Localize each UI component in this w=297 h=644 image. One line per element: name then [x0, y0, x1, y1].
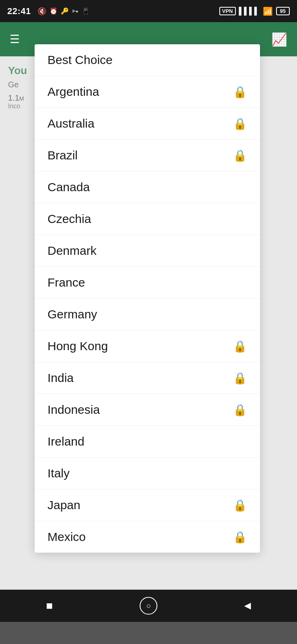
lock-icon-japan: 🔒 — [233, 499, 247, 512]
country-dropdown: Best ChoiceArgentina🔒Australia🔒Brazil🔒Ca… — [35, 44, 260, 553]
dropdown-item-hong-kong[interactable]: Hong Kong🔒 — [35, 330, 260, 362]
country-label-france: France — [47, 276, 85, 289]
dropdown-item-argentina[interactable]: Argentina🔒 — [35, 76, 260, 108]
back-icon: ◄ — [242, 599, 253, 612]
country-label-brazil: Brazil — [47, 149, 78, 162]
lock-icon-indonesia: 🔒 — [233, 403, 247, 417]
key2-icon: 🗝 — [72, 8, 78, 15]
dropdown-item-indonesia[interactable]: Indonesia🔒 — [35, 394, 260, 426]
lock-icon-india: 🔒 — [233, 372, 247, 385]
home-circle: ○ — [140, 597, 157, 615]
app-background: ☰ 📈 You Ge 1.1M Inco Best ChoiceArgentin… — [0, 22, 297, 622]
dropdown-item-ireland[interactable]: Ireland — [35, 426, 260, 458]
phone-icon: 📱 — [82, 7, 90, 15]
country-label-canada: Canada — [47, 180, 90, 194]
country-label-indonesia: Indonesia — [47, 403, 100, 417]
country-label-germany: Germany — [47, 308, 97, 321]
mute-icon: 🔇 — [37, 7, 46, 16]
dropdown-item-brazil[interactable]: Brazil🔒 — [35, 140, 260, 171]
dropdown-item-france[interactable]: France — [35, 267, 260, 299]
country-label-ireland: Ireland — [47, 435, 85, 448]
country-label-mexico: Mexico — [47, 530, 86, 544]
country-label-czechia: Czechia — [47, 212, 91, 226]
nav-bar: ■ ○ ◄ — [0, 590, 297, 622]
dropdown-item-czechia[interactable]: Czechia — [35, 203, 260, 235]
country-label-japan: Japan — [47, 498, 80, 512]
hamburger-icon[interactable]: ☰ — [10, 33, 20, 46]
dropdown-item-denmark[interactable]: Denmark — [35, 235, 260, 267]
country-label-best-choice: Best Choice — [47, 53, 113, 67]
status-icons-right: VPN ▌▌▌▌ 📶 95 — [219, 6, 290, 16]
lock-icon-hong-kong: 🔒 — [233, 340, 247, 353]
country-label-australia: Australia — [47, 117, 95, 130]
dropdown-item-mexico[interactable]: Mexico🔒 — [35, 521, 260, 553]
country-label-denmark: Denmark — [47, 244, 97, 258]
country-label-argentina: Argentina — [47, 85, 99, 99]
country-label-hong-kong: Hong Kong — [47, 339, 108, 353]
home-button[interactable]: ○ — [136, 594, 161, 618]
battery-badge: 95 — [276, 7, 290, 15]
status-bar: 22:41 🔇 ⏰ 🔑 🗝 📱 VPN ▌▌▌▌ 📶 95 — [0, 0, 297, 22]
dropdown-item-australia[interactable]: Australia🔒 — [35, 108, 260, 140]
chart-icon[interactable]: 📈 — [271, 32, 287, 47]
home-icon: ○ — [146, 601, 151, 611]
lock-icon-mexico: 🔒 — [233, 530, 247, 544]
dropdown-item-germany[interactable]: Germany — [35, 299, 260, 330]
key-icon: 🔑 — [61, 7, 69, 15]
status-time: 22:41 — [7, 6, 31, 17]
you-label: You — [8, 64, 27, 77]
stop-icon: ■ — [46, 599, 53, 612]
dropdown-item-japan[interactable]: Japan🔒 — [35, 489, 260, 521]
dropdown-item-india[interactable]: India🔒 — [35, 362, 260, 394]
back-button[interactable]: ◄ — [235, 594, 260, 618]
country-label-india: India — [47, 371, 74, 385]
stop-button[interactable]: ■ — [37, 594, 62, 618]
dropdown-item-italy[interactable]: Italy — [35, 458, 260, 489]
lock-icon-argentina: 🔒 — [233, 85, 247, 99]
lock-icon-australia: 🔒 — [233, 117, 247, 130]
wifi-icon: 📶 — [263, 6, 273, 16]
dropdown-item-best-choice[interactable]: Best Choice — [35, 44, 260, 76]
alarm-icon: ⏰ — [50, 7, 58, 15]
country-label-italy: Italy — [47, 466, 70, 480]
signal-icon: ▌▌▌▌ — [239, 7, 260, 15]
vpn-badge: VPN — [219, 7, 236, 15]
status-icons-left: 🔇 ⏰ 🔑 🗝 📱 — [37, 7, 90, 16]
lock-icon-brazil: 🔒 — [233, 149, 247, 162]
dropdown-item-canada[interactable]: Canada — [35, 171, 260, 203]
